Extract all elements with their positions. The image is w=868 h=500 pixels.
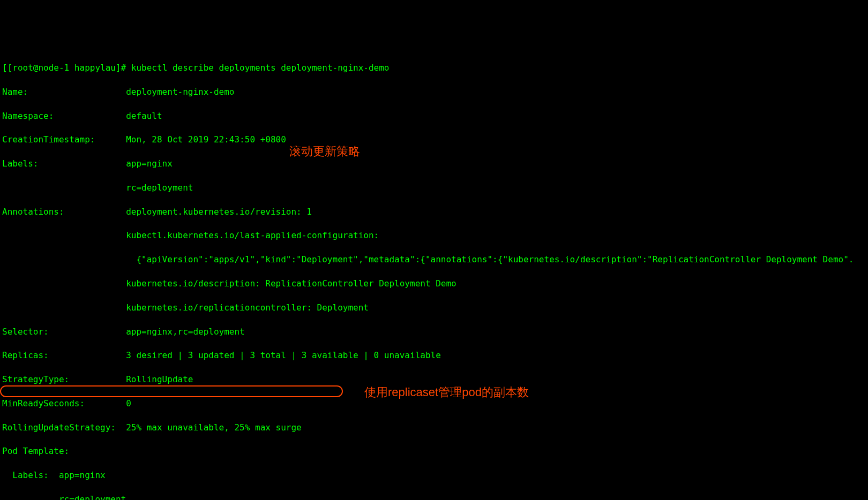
output-line: kubernetes.io/replicationcontroller: Dep… <box>2 302 866 314</box>
output-line: Labels: app=nginx <box>2 469 866 481</box>
annotation-replicaset: 使用replicaset管理pod的副本数 <box>364 384 529 401</box>
output-line: kubectl.kubernetes.io/last-applied-confi… <box>2 230 866 241</box>
command-line: [[root@node-1 happylau]# kubectl describ… <box>2 62 866 74</box>
output-line: {"apiVersion":"apps/v1","kind":"Deployme… <box>2 254 866 266</box>
command-text: kubectl describe deployments deployment-… <box>131 63 390 73</box>
output-line: Namespace: default <box>2 110 866 122</box>
output-line: rc=deployment <box>2 182 866 194</box>
output-line: Selector: app=nginx,rc=deployment <box>2 326 866 338</box>
output-line: Pod Template: <box>2 445 866 457</box>
terminal-output[interactable]: [[root@node-1 happylau]# kubectl describ… <box>2 50 866 500</box>
output-line: Name: deployment-nginx-demo <box>2 86 866 98</box>
output-line: Labels: app=nginx <box>2 158 866 170</box>
output-line: rc=deployment <box>2 494 866 500</box>
annotation-rolling-strategy: 滚动更新策略 <box>289 143 360 160</box>
output-line: RollingUpdateStrategy: 25% max unavailab… <box>2 422 866 434</box>
prompt: [[root@node-1 happylau]# <box>2 63 131 73</box>
output-line: CreationTimestamp: Mon, 28 Oct 2019 22:4… <box>2 134 866 146</box>
output-line: kubernetes.io/description: ReplicationCo… <box>2 278 866 290</box>
output-line: Replicas: 3 desired | 3 updated | 3 tota… <box>2 350 866 361</box>
output-line: Annotations: deployment.kubernetes.io/re… <box>2 206 866 218</box>
